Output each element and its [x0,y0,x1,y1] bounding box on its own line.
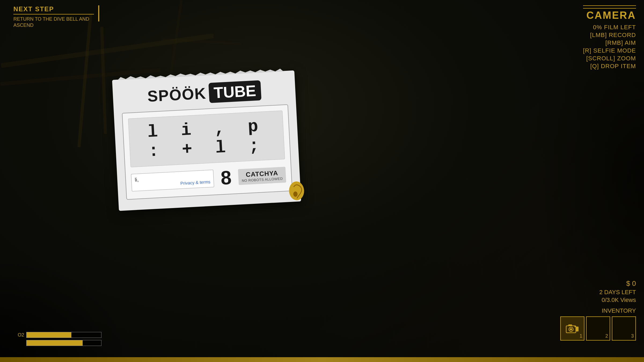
oxygen-fill [27,332,71,338]
oxygen-label: O2 [11,332,24,338]
inventory-slots: 1 2 3 [560,316,636,341]
oxygen-bar-row: O2 [11,332,101,338]
svg-rect-5 [575,326,576,327]
views-count: 0/3.0K Views [560,297,636,304]
catchya-badge: CATCHYA NO ROBOTS ALLOWED [238,167,286,185]
film-left: 0% FILM LEFT [583,24,636,31]
svg-point-2 [570,328,572,330]
bottom-right-hud: $ 0 2 DAYS LEFT 0/3.0K Views INVENTORY 1… [560,279,636,341]
top-right-hud: CAMERA 0% FILM LEFT [LMB] RECORD [RMB] A… [583,5,636,71]
slot-3-number: 3 [631,333,634,339]
next-step-label: NEXT STEP [13,5,94,14]
money-display: $ 0 [560,279,636,288]
camera-icon [566,323,579,334]
camera-title: CAMERA [583,8,636,21]
captcha-input-text: li, [135,176,139,183]
inventory-slot-1[interactable]: 1 [560,316,584,341]
inventory-label: INVENTORY [560,307,636,314]
captcha-card: SPÖÖK TUBE l i , p : + l ; li, Privacy &… [112,71,301,211]
captcha-display: l i , p : + l ; [128,110,285,167]
privacy-link[interactable]: Privacy & terms [135,179,211,188]
rmb-aim: [RMB] AIM [583,39,636,46]
inventory-slot-2[interactable]: 2 [586,316,610,341]
oxygen-track [26,332,101,338]
inventory-slot-3[interactable]: 3 [612,316,636,341]
svg-rect-3 [568,324,572,326]
spooktube-logo: SPÖÖK TUBE [120,79,288,108]
camera-top-bar [583,5,636,6]
health-track [26,340,101,346]
svg-point-6 [288,181,305,201]
captcha-card-wrapper: SPÖÖK TUBE l i , p : + l ; li, Privacy &… [112,71,301,211]
slot-2-number: 2 [605,333,608,339]
captcha-area: l i , p : + l ; li, Privacy & terms 8 CA… [122,104,292,200]
next-step-bar-decoration [98,5,99,21]
captcha-bottom: li, Privacy & terms 8 CATCHYA NO ROBOTS … [131,164,287,194]
svg-rect-4 [576,327,579,331]
health-bar-row [11,340,101,346]
captcha-number: 8 [217,166,235,189]
next-step-desc: RETURN TO THE DIVE BELL AND ASCEND [13,16,94,29]
background-structure [0,0,644,362]
top-left-hud: NEXT STEP RETURN TO THE DIVE BELL AND AS… [13,5,94,29]
scroll-zoom: [SCROLL] ZOOM [583,55,636,62]
tube-badge: TUBE [208,80,262,103]
captcha-input-box[interactable]: li, Privacy & terms [131,169,214,191]
health-fill [27,340,83,346]
q-drop: [Q] DROP ITEM [583,63,636,70]
bottom-left-hud: O2 [11,332,101,346]
bottom-yellow-bar [0,357,644,362]
r-selfie: [R] SELFIE MODE [583,47,636,54]
status-bars: O2 [11,332,101,346]
spook-text: SPÖÖK [147,84,207,105]
slot-1-number: 1 [580,333,582,339]
lmb-record: [LMB] RECORD [583,32,636,39]
days-left: 2 DAYS LEFT [560,289,636,296]
ear-icon [287,180,306,202]
